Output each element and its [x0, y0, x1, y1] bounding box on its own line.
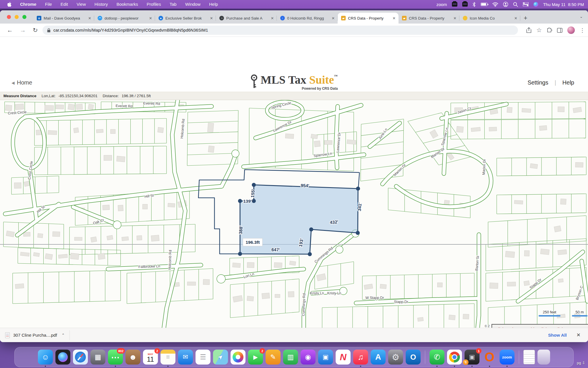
menu-item-window[interactable]: Window	[185, 2, 200, 7]
menu-item-file[interactable]: File	[45, 2, 52, 7]
parcel-map[interactable]: Crest CircleCrest CircleEverett RdEveret…	[0, 100, 588, 338]
tab-1[interactable]: oMail - Dave Goodyea✕	[33, 13, 94, 24]
dock-podcasts-icon[interactable]: ◉	[301, 350, 316, 365]
dock-separator	[519, 350, 519, 364]
settings-link[interactable]: Settings	[527, 79, 548, 86]
tab-8[interactable]: ⚡Icon Media Co✕	[459, 13, 520, 24]
zoom-menu-label[interactable]: zoom	[436, 2, 447, 7]
menu-item-chrome[interactable]: Chrome	[20, 2, 36, 7]
address-bar[interactable]: car.crsdata.com/mls/Map/Y4d293rGnpIBNlYO…	[42, 26, 518, 35]
parcel-dimension-label: 954'	[301, 183, 309, 188]
wifi-icon[interactable]	[492, 2, 498, 7]
download-item[interactable]: 307 Cline Purcha....pdf ⌃	[5, 332, 65, 338]
tab-close-icon[interactable]: ✕	[392, 16, 396, 20]
dock-contacts-icon[interactable]: ☻	[125, 350, 140, 365]
dock-trash-icon[interactable]	[537, 350, 550, 365]
minimize-window-button[interactable]	[15, 15, 19, 19]
back-button[interactable]: ←	[7, 27, 13, 34]
tab-6[interactable]: ▰CRS Data - Property✕	[338, 13, 399, 24]
tab-close-icon[interactable]: ✕	[149, 16, 152, 20]
dock-pages-icon[interactable]: ✎	[266, 350, 281, 365]
dock-notes-icon[interactable]: ≡	[160, 350, 175, 365]
dock-messages-icon[interactable]: ⋯802	[108, 350, 123, 365]
menu-item-help[interactable]: Help	[209, 2, 218, 7]
dock-mail-icon[interactable]: ✉	[178, 350, 193, 365]
dock-safari-icon[interactable]	[73, 350, 88, 365]
bluetooth-icon[interactable]	[473, 2, 476, 7]
menu-item-tab[interactable]: Tab	[170, 2, 177, 7]
printer-icon[interactable]	[462, 2, 468, 7]
printer-icon[interactable]	[452, 2, 457, 7]
tab-close-icon[interactable]: ✕	[332, 16, 335, 20]
share-icon[interactable]	[526, 27, 531, 33]
dock-reminders-icon[interactable]: ☰	[196, 350, 210, 365]
tab-2[interactable]: ◠dotloop - peoplewor✕	[94, 13, 155, 24]
tab-3[interactable]: ●Exclusive Seller Brok✕	[155, 13, 216, 24]
tab-close-icon[interactable]: ✕	[514, 16, 517, 20]
tab-close-icon[interactable]: ✕	[210, 16, 213, 20]
dock-appstore-icon[interactable]: A	[371, 350, 386, 365]
tab-close-icon[interactable]: ✕	[453, 16, 457, 20]
running-indicator	[489, 366, 490, 367]
dock-printer-icon[interactable]: ▣↯1	[465, 350, 479, 365]
help-link[interactable]: Help	[562, 79, 574, 86]
url-text[interactable]: car.crsdata.com/mls/Map/Y4d293rGnpIBNlYO…	[53, 28, 208, 32]
tab-close-icon[interactable]: ✕	[271, 16, 274, 20]
scale-meters-label: 50 m	[576, 310, 584, 314]
dock-maps-icon[interactable]: ➤	[213, 350, 228, 365]
control-center-icon[interactable]	[523, 2, 529, 6]
dock-finder-icon[interactable]: ☺	[38, 350, 53, 365]
menu-kebab-icon[interactable]: ⋮	[580, 27, 585, 34]
dock-outlook-icon[interactable]: O	[406, 350, 421, 365]
dock-origin-icon[interactable]: O	[482, 350, 497, 365]
tab-5[interactable]: ↑0 Holcomb Rd, Ringg✕	[277, 13, 338, 24]
bookmark-star-icon[interactable]: ☆	[536, 27, 542, 34]
side-panel-icon[interactable]	[557, 28, 562, 33]
running-indicator	[436, 366, 438, 367]
dock-chrome-icon[interactable]	[447, 350, 462, 365]
forward-button[interactable]: →	[20, 27, 26, 34]
show-all-button[interactable]: Show All	[548, 333, 567, 338]
dock-numbers-icon[interactable]: ▥	[283, 350, 298, 365]
siri-icon[interactable]	[533, 2, 538, 7]
dock-receipt-icon[interactable]	[523, 350, 535, 364]
dock-keynote-icon[interactable]: ▣	[318, 350, 333, 365]
street-label: Everett Rd	[143, 101, 160, 106]
download-filename[interactable]: 307 Cline Purcha....pdf	[13, 333, 57, 338]
tab-title: Purchase and Sale A	[226, 16, 269, 20]
menu-item-history[interactable]: History	[94, 2, 108, 7]
search-icon[interactable]	[513, 2, 518, 7]
menu-item-view[interactable]: View	[77, 2, 86, 7]
new-tab-button[interactable]: +	[524, 14, 527, 22]
dock-siri-icon[interactable]	[55, 350, 70, 365]
menu-bar-clock[interactable]: Thu May 11 8:50 PM	[543, 2, 584, 7]
tab-close-icon[interactable]: ✕	[88, 16, 91, 20]
tab-favicon: ◠	[98, 16, 102, 20]
tab-7[interactable]: ▰CRS Data - Property✕	[399, 13, 459, 24]
tab-4[interactable]: ◔Purchase and Sale A✕	[216, 13, 277, 24]
dock-calendar-icon[interactable]: MAY112	[143, 350, 158, 365]
extensions-puzzle-icon[interactable]	[547, 28, 552, 33]
desktop-file-label[interactable]: pg ⇩	[577, 361, 585, 365]
menu-item-profiles[interactable]: Profiles	[147, 2, 161, 7]
download-bar-close-icon[interactable]: ✕	[577, 332, 581, 338]
tab-search-chevron-icon[interactable]: ⌄	[580, 14, 583, 19]
menu-item-edit[interactable]: Edit	[61, 2, 68, 7]
dock-photos-icon[interactable]	[231, 350, 245, 365]
dock-zoom-icon[interactable]: zoom	[500, 350, 514, 365]
dock-music-icon[interactable]: ♫	[353, 350, 368, 365]
user-icon[interactable]	[503, 2, 508, 7]
dock-whatsapp-icon[interactable]: ✆	[430, 350, 444, 365]
close-window-button[interactable]	[7, 15, 11, 19]
lock-icon[interactable]	[47, 28, 51, 32]
dock-settings-icon[interactable]: ⚙	[388, 350, 403, 365]
dock-facetime-icon[interactable]: ▶2	[248, 350, 263, 365]
reload-button[interactable]: ↻	[33, 27, 38, 34]
apple-logo-icon[interactable]	[7, 2, 12, 7]
dock-launchpad-icon[interactable]: ▦	[90, 350, 105, 365]
fullscreen-window-button[interactable]	[22, 15, 26, 19]
menu-item-bookmarks[interactable]: Bookmarks	[117, 2, 138, 7]
profile-avatar[interactable]	[567, 26, 575, 34]
dock-news-icon[interactable]: N	[336, 350, 351, 365]
download-chevron-icon[interactable]: ⌃	[62, 333, 65, 337]
